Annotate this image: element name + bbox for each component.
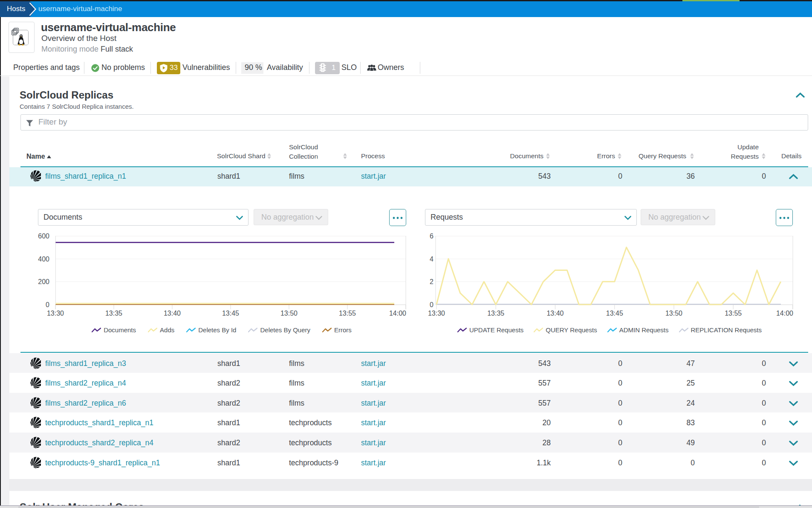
svg-text:13:40: 13:40: [546, 310, 563, 317]
svg-text:13:35: 13:35: [105, 310, 122, 317]
svg-text:14:00: 14:00: [389, 310, 406, 317]
svg-text:6: 6: [430, 232, 433, 240]
svg-text:13:55: 13:55: [339, 310, 356, 317]
svg-text:0: 0: [430, 301, 433, 308]
svg-text:13:50: 13:50: [280, 310, 298, 317]
svg-text:13:45: 13:45: [606, 310, 623, 317]
svg-text:13:40: 13:40: [164, 310, 181, 317]
svg-text:13:50: 13:50: [665, 310, 682, 317]
svg-text:14:00: 14:00: [776, 310, 793, 317]
svg-text:2: 2: [430, 278, 433, 285]
svg-text:200: 200: [38, 278, 49, 285]
svg-text:0: 0: [46, 301, 49, 308]
svg-text:4: 4: [430, 255, 433, 263]
svg-text:13:30: 13:30: [428, 310, 445, 317]
svg-text:400: 400: [38, 255, 49, 263]
svg-text:600: 600: [38, 232, 49, 240]
svg-text:13:45: 13:45: [222, 310, 239, 317]
svg-text:13:30: 13:30: [47, 310, 64, 317]
svg-text:13:55: 13:55: [725, 310, 742, 317]
svg-text:13:35: 13:35: [487, 310, 504, 317]
